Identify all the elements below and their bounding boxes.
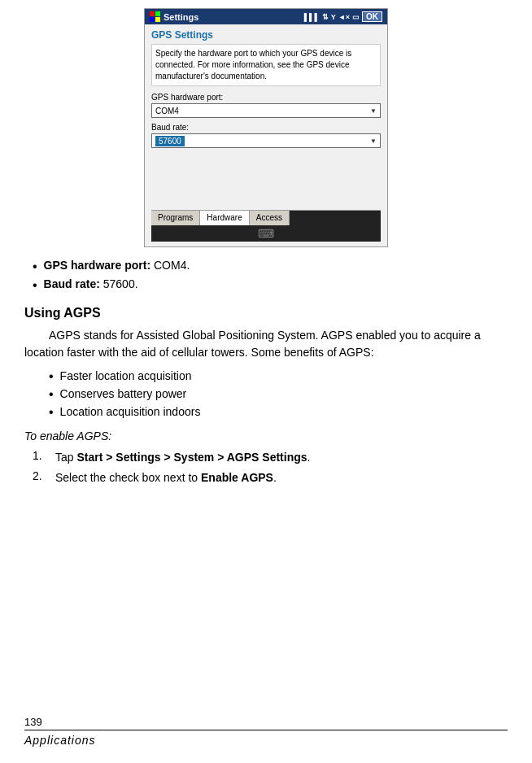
gps-settings-title: GPS Settings (151, 29, 381, 41)
bullet-dot-port: • (33, 259, 37, 274)
step-after-0: . (307, 451, 311, 464)
svg-rect-3 (155, 17, 160, 22)
page-footer: 139 Applications (24, 716, 508, 747)
bullet-item-baud: • Baud rate: 57600. (24, 277, 508, 293)
sub-bullet-item-1: • Conserves battery power (49, 387, 508, 402)
sub-bullet-text-1: Conserves battery power (60, 387, 187, 400)
screen-body: GPS Settings Specify the hardware port t… (145, 24, 387, 246)
titlebar-icons: ▌▌▌ ⇅ Y ◄× ▭ OK (304, 11, 382, 22)
bullet-dot-baud: • (33, 277, 37, 293)
bullet-item-port: • GPS hardware port: COM4. (24, 259, 508, 274)
port-form-row: GPS hardware port: COM4 ▼ (151, 93, 381, 118)
screen-titlebar: Settings ▌▌▌ ⇅ Y ◄× ▭ OK (145, 9, 387, 24)
sub-bullet-item-2: • Location acquisition indoors (49, 405, 508, 420)
bullet-label-port: GPS hardware port: (44, 259, 150, 272)
sub-bullet-dot-0: • (49, 369, 54, 384)
device-screen: Settings ▌▌▌ ⇅ Y ◄× ▭ OK GPS Settings Sp… (144, 8, 388, 247)
tab-access[interactable]: Access (250, 211, 290, 225)
wifi-icon: ⇅ (322, 13, 329, 21)
keyboard-icon: ⌨ (258, 227, 274, 240)
titlebar-title: Settings (164, 12, 198, 22)
section-paragraph: AGPS stands for Assisted Global Position… (24, 327, 508, 361)
sub-bullet-text-2: Location acquisition indoors (60, 405, 201, 418)
svg-rect-2 (150, 17, 155, 22)
num-text-1: Select the check box next to Enable AGPS… (55, 469, 277, 486)
bullet-value-baud-val: 57600. (103, 277, 138, 290)
titlebar-left: Settings (150, 11, 198, 22)
sound-icon: ◄× (338, 13, 350, 21)
tab-hardware[interactable]: Hardware (200, 211, 249, 225)
svg-rect-1 (155, 11, 160, 16)
port-dropdown-arrow: ▼ (370, 107, 377, 115)
num-label-1: 2. (33, 469, 55, 482)
screen-spacer (151, 153, 381, 210)
num-text-0: Tap Start > Settings > System > AGPS Set… (55, 449, 310, 466)
bullet-text-baud: Baud rate: 57600. (44, 277, 138, 290)
step-bold-0: Start > Settings > System > AGPS Setting… (76, 451, 307, 464)
page-number: 139 (24, 716, 508, 728)
baud-label: Baud rate: (151, 123, 381, 132)
baud-dropdown-arrow: ▼ (370, 137, 377, 145)
bullet-text-port: GPS hardware port: COM4. (44, 259, 190, 272)
num-label-0: 1. (33, 449, 55, 462)
sub-bullet-list: • Faster location acquisition • Conserve… (49, 369, 508, 420)
tab-empty (290, 211, 381, 225)
footer-divider (24, 730, 508, 730)
port-value: COM4 (155, 107, 179, 116)
bullet-value-port-val: COM4. (154, 259, 190, 272)
battery-icon: ▭ (352, 13, 360, 21)
sub-bullet-dot-2: • (49, 405, 54, 420)
step-after-1: . (273, 471, 277, 484)
screen-description: Specify the hardware port to which your … (151, 44, 381, 86)
baud-value: 57600 (155, 136, 185, 146)
numbered-list: 1. Tap Start > Settings > System > AGPS … (33, 449, 508, 486)
baud-select[interactable]: 57600 ▼ (151, 133, 381, 148)
baud-form-row: Baud rate: 57600 ▼ (151, 123, 381, 148)
sub-bullet-text-0: Faster location acquisition (60, 369, 192, 382)
port-select[interactable]: COM4 ▼ (151, 103, 381, 118)
port-label: GPS hardware port: (151, 93, 381, 102)
step-bold-1: Enable AGPS (201, 471, 273, 484)
screen-tabs: Programs Hardware Access (151, 210, 381, 225)
windows-logo-icon (150, 11, 160, 22)
bullet-label-baud: Baud rate: (44, 277, 100, 290)
antenna-icon: Y (331, 13, 336, 21)
sub-bullet-item-0: • Faster location acquisition (49, 369, 508, 384)
signal-icon: ▌▌▌ (304, 13, 320, 21)
numbered-item-1: 2. Select the check box next to Enable A… (33, 469, 508, 486)
ok-button[interactable]: OK (362, 11, 382, 22)
screen-bottom-bar: ⌨ (151, 225, 381, 242)
bullet-section: • GPS hardware port: COM4. • Baud rate: … (24, 259, 508, 293)
italic-heading: To enable AGPS: (24, 429, 508, 443)
footer-label: Applications (24, 734, 508, 747)
numbered-item-0: 1. Tap Start > Settings > System > AGPS … (33, 449, 508, 466)
sub-bullet-dot-1: • (49, 387, 54, 402)
svg-rect-0 (150, 11, 155, 16)
section-heading: Using AGPS (24, 306, 508, 320)
screenshot-container: Settings ▌▌▌ ⇅ Y ◄× ▭ OK GPS Settings Sp… (24, 8, 508, 247)
tab-programs[interactable]: Programs (151, 211, 200, 225)
